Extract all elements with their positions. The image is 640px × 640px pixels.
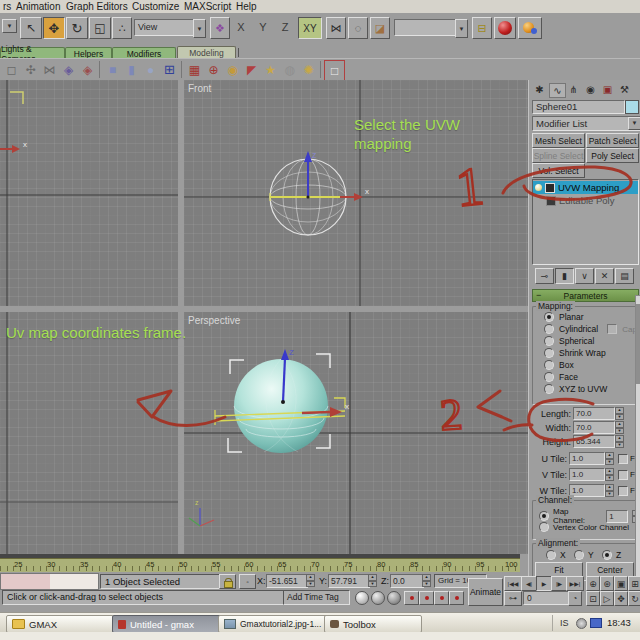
fit-button[interactable]: Fit bbox=[535, 562, 583, 577]
red-flag-icon[interactable]: ◤ bbox=[242, 60, 261, 79]
center-button[interactable]: Center bbox=[586, 562, 634, 577]
time-configuration-icon[interactable]: ◔ bbox=[568, 591, 582, 606]
radio-face[interactable] bbox=[544, 372, 554, 382]
mirror-icon[interactable]: ⋈ bbox=[326, 17, 346, 39]
key-filter-icon-2[interactable] bbox=[419, 591, 434, 605]
mapping-option-cylindrical[interactable]: CylindricalCap bbox=[544, 324, 637, 334]
taskbar-button-gmax-folder[interactable]: GMAX bbox=[6, 615, 114, 633]
selection-lock-icon[interactable] bbox=[219, 574, 236, 589]
height-spinner[interactable]: ▲▼ bbox=[615, 435, 624, 448]
width-field[interactable]: 70.0 bbox=[573, 421, 615, 434]
restrict-x-button[interactable]: X bbox=[232, 17, 250, 37]
animate-button[interactable]: Animate bbox=[468, 578, 503, 606]
dropdown-arrow-icon[interactable]: ▼ bbox=[455, 19, 468, 38]
object-name-field[interactable]: Sphere01 bbox=[532, 100, 625, 114]
key-filter-icon-4[interactable] bbox=[449, 591, 464, 605]
viewport-front[interactable]: Front x Z bbox=[184, 80, 528, 306]
move-icon[interactable]: ✥ bbox=[43, 17, 65, 39]
layer-manager-icon[interactable]: ⊟ bbox=[472, 17, 492, 39]
disabled-tool-icon[interactable]: ◻ bbox=[2, 60, 21, 79]
create-tab-icon[interactable]: ✱ bbox=[532, 83, 547, 96]
viewport-divider-horizontal[interactable] bbox=[0, 306, 528, 312]
next-frame-button[interactable]: |▶ bbox=[551, 576, 567, 591]
disabled-lattice-icon[interactable]: ✣ bbox=[21, 60, 40, 79]
zoom-all-icon[interactable]: ⊛ bbox=[600, 576, 614, 591]
modifier-list-dropdown[interactable]: Modifier List ▼ bbox=[532, 116, 640, 131]
mapping-option-xyz-to-uvw[interactable]: XYZ to UVW bbox=[544, 384, 607, 394]
box-primitive-icon[interactable]: ■ bbox=[103, 60, 122, 79]
radio-map-channel[interactable] bbox=[539, 511, 549, 521]
menu-item-help[interactable]: Help bbox=[236, 1, 257, 12]
gold-burst-icon[interactable]: ✺ bbox=[299, 60, 318, 79]
viewport-top-left[interactable]: x bbox=[0, 80, 178, 306]
restrict-z-button[interactable]: Z bbox=[276, 17, 294, 37]
pan-hand-icon[interactable]: ✥ bbox=[614, 591, 628, 606]
menu-item-maxscript[interactable]: MAXScript bbox=[184, 1, 231, 12]
radio-align-z[interactable] bbox=[602, 550, 612, 560]
red-mesh-box-icon[interactable]: ▦ bbox=[185, 60, 204, 79]
radio-align-y[interactable] bbox=[574, 550, 584, 560]
key-filter-icon-1[interactable] bbox=[404, 591, 419, 605]
restrict-y-button[interactable]: Y bbox=[254, 17, 272, 37]
modify-tab-icon[interactable]: ∿ bbox=[549, 83, 566, 98]
taskbar-button-gmaxtutorial-image[interactable]: Gmaxtutorial2.jpg-1... bbox=[218, 615, 330, 633]
menu-item-customize[interactable]: Customize bbox=[132, 1, 179, 12]
absolute-mode-icon[interactable]: ▫ bbox=[239, 574, 256, 589]
w-tile-spinner[interactable]: ▲▼ bbox=[605, 484, 614, 497]
menu-item-partial[interactable]: rs bbox=[3, 1, 11, 12]
language-indicator[interactable]: IS bbox=[560, 618, 569, 628]
cap-checkbox[interactable] bbox=[607, 324, 617, 334]
previous-frame-button[interactable]: ◀| bbox=[521, 576, 537, 591]
v-tile-spinner[interactable]: ▲▼ bbox=[605, 468, 614, 481]
motion-tab-icon[interactable]: ◉ bbox=[583, 83, 598, 96]
select-object-icon[interactable]: ↖ bbox=[20, 17, 42, 39]
spline-select-button[interactable]: Spline Select bbox=[532, 148, 585, 163]
patch-select-button[interactable]: Patch Select bbox=[586, 133, 639, 148]
u-tile-spinner[interactable]: ▲▼ bbox=[605, 452, 614, 465]
x-coord-spinner[interactable]: ▲▼ bbox=[306, 574, 315, 587]
render-icon[interactable] bbox=[518, 17, 542, 39]
go-to-end-button[interactable]: ▶▶| bbox=[566, 576, 584, 591]
u-tile-field[interactable]: 1.0 bbox=[569, 452, 605, 465]
align-y[interactable]: Y bbox=[574, 550, 594, 560]
mapping-option-shrink-wrap[interactable]: Shrink Wrap bbox=[544, 348, 606, 358]
material-editor-icon[interactable] bbox=[494, 17, 516, 39]
length-spinner[interactable]: ▲▼ bbox=[615, 407, 624, 420]
radio-cylindrical[interactable] bbox=[544, 324, 554, 334]
viewport-divider-vertical[interactable] bbox=[178, 80, 184, 554]
menu-item-graph-editors[interactable]: Graph Editors bbox=[66, 1, 128, 12]
radio-align-x[interactable] bbox=[546, 550, 556, 560]
remove-modifier-icon[interactable]: ✕ bbox=[595, 268, 614, 284]
viewport-bottom-left[interactable] bbox=[0, 312, 178, 554]
u-flip-checkbox[interactable] bbox=[618, 454, 628, 464]
width-spinner[interactable]: ▲▼ bbox=[615, 421, 624, 434]
zoom-extents-all-icon[interactable]: ⊞ bbox=[628, 576, 640, 591]
arc-rotate-icon[interactable]: ↻ bbox=[628, 591, 640, 606]
maxscript-mini-listener[interactable] bbox=[0, 573, 99, 590]
blue-diamond-icon[interactable]: ◈ bbox=[59, 60, 78, 79]
lightbulb-icon[interactable] bbox=[535, 184, 542, 191]
field-of-view-icon[interactable]: ▷ bbox=[600, 591, 614, 606]
sphere-primitive-icon[interactable]: ● bbox=[141, 60, 160, 79]
add-time-tag[interactable]: Add Time Tag bbox=[283, 590, 350, 605]
disabled-mesh-icon[interactable]: ⋈ bbox=[40, 60, 59, 79]
align-x[interactable]: X bbox=[546, 550, 566, 560]
mapping-option-planar[interactable]: Planar bbox=[544, 312, 584, 322]
align-z[interactable]: Z bbox=[602, 550, 621, 560]
sphere-box-toggle-icon[interactable] bbox=[387, 591, 401, 605]
key-mode-toggle-icon[interactable]: ⊶ bbox=[504, 591, 522, 606]
v-tile-field[interactable]: 1.0 bbox=[569, 468, 605, 481]
display-tab-icon[interactable]: ▣ bbox=[600, 83, 615, 96]
mapping-option-spherical[interactable]: Spherical bbox=[544, 336, 594, 346]
taskbar-button-untitled-gmax[interactable]: Untitled - gmax bbox=[112, 615, 224, 633]
w-tile-field[interactable]: 1.0 bbox=[569, 484, 605, 497]
make-unique-icon[interactable]: ∨ bbox=[575, 268, 594, 284]
use-center-icon[interactable]: ❖ bbox=[210, 17, 230, 39]
length-field[interactable]: 70.0 bbox=[573, 407, 615, 420]
mapping-option-face[interactable]: Face bbox=[544, 372, 578, 382]
radio-box[interactable] bbox=[544, 360, 554, 370]
play-button[interactable]: ▶ bbox=[536, 576, 552, 591]
spotted-sphere-toggle-icon[interactable] bbox=[371, 591, 385, 605]
scrollbar-thumb[interactable] bbox=[636, 304, 640, 384]
dropdown-arrow-icon[interactable]: ▼ bbox=[193, 19, 206, 38]
